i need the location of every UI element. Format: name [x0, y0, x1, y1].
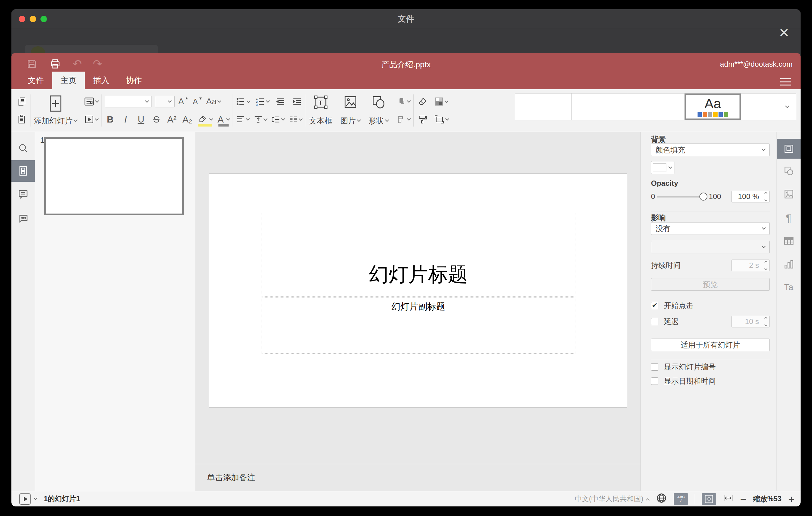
zoom-window-button[interactable] [40, 16, 47, 22]
background-color-swatch[interactable] [651, 161, 674, 174]
start-slideshow-status-button[interactable] [20, 493, 31, 505]
paragraph-settings-button[interactable]: ¶ [777, 208, 801, 228]
vertical-align-button[interactable] [254, 113, 267, 126]
decrease-font-button[interactable]: A [192, 95, 203, 108]
minimize-window-button[interactable] [30, 16, 36, 22]
language-status[interactable]: 中文(中华人民共和国) [575, 494, 649, 504]
table-settings-button[interactable] [777, 231, 801, 251]
clear-style-button[interactable] [417, 95, 428, 108]
status-bar: 1的幻灯片1 中文(中华人民共和国) ABC ✓ − 缩放%53 + [11, 491, 801, 507]
fit-to-slide-button[interactable] [702, 493, 716, 505]
close-editor-icon[interactable]: ✕ [779, 27, 789, 39]
bullets-button[interactable] [236, 95, 250, 108]
italic-button[interactable]: I [120, 114, 131, 125]
theme-option[interactable] [628, 93, 685, 120]
subtitle-placeholder[interactable]: 幻灯片副标题 [262, 297, 575, 354]
slide-canvas[interactable]: 幻灯片标题 幻灯片副标题 [195, 132, 640, 464]
chevron-down-icon [762, 226, 766, 230]
strikethrough-button[interactable]: S [151, 114, 162, 125]
insert-textbox-button[interactable]: T 文本框 [309, 95, 332, 126]
paste-icon[interactable] [16, 113, 27, 126]
delay-checkbox[interactable] [651, 318, 658, 325]
start-on-click-checkbox[interactable]: ✔ [651, 302, 658, 309]
horizontal-align-button[interactable] [236, 113, 249, 126]
insert-shape-button[interactable]: 形状 [368, 95, 388, 126]
background-fill-select[interactable]: 颜色填充 [651, 144, 770, 156]
menu-icon[interactable] [780, 78, 791, 85]
effect-select[interactable]: 没有 [651, 222, 770, 235]
bold-button[interactable]: B [105, 114, 115, 125]
theme-gallery-expand-button[interactable] [778, 93, 796, 120]
superscript-button[interactable]: A² [167, 114, 177, 125]
slide[interactable]: 幻灯片标题 幻灯片副标题 [209, 173, 627, 408]
slide-size-button[interactable] [434, 113, 448, 126]
copy-icon[interactable] [16, 95, 27, 108]
background-label: 背景 [651, 135, 770, 144]
font-name-combo[interactable] [105, 96, 152, 107]
opacity-slider[interactable] [657, 196, 703, 198]
fit-to-width-button[interactable] [723, 493, 733, 505]
theme-option[interactable] [515, 93, 572, 120]
apply-to-all-slides-button[interactable]: 适用于所有幻灯片 [651, 339, 770, 351]
color-scheme-button[interactable] [434, 95, 448, 108]
increase-font-button[interactable]: A [178, 95, 189, 108]
start-slideshow-button[interactable] [84, 113, 98, 126]
zoom-out-button[interactable]: − [740, 494, 746, 504]
preview-button[interactable]: 预览 [651, 278, 770, 291]
slide-layout-button[interactable] [84, 95, 98, 108]
chevron-down-icon [34, 496, 38, 500]
spell-check-button[interactable]: ABC ✓ [674, 493, 688, 505]
underline-button[interactable]: U [136, 114, 146, 125]
tab-file[interactable]: 文件 [20, 71, 52, 89]
opacity-spinner[interactable]: 100 % [731, 191, 770, 202]
font-color-button[interactable]: A [218, 113, 230, 126]
search-button[interactable] [11, 137, 35, 159]
slides-panel-button[interactable] [11, 160, 35, 182]
app-window: 文件 ✕ ↶ ↷ 产品介绍.pptx adm***@dootask.com 文件… [11, 9, 801, 507]
show-date-time-label: 显示日期和时间 [664, 376, 716, 386]
subscript-button[interactable]: A₂ [182, 114, 193, 125]
show-slide-number-checkbox[interactable] [651, 363, 658, 371]
notes-input[interactable]: 单击添加备注 [195, 464, 640, 491]
close-window-button[interactable] [19, 16, 25, 22]
comments-panel-button[interactable] [11, 183, 35, 205]
copy-style-button[interactable] [417, 113, 428, 126]
chevron-down-icon [281, 117, 285, 121]
chart-settings-button[interactable] [777, 255, 801, 274]
text-art-settings-button[interactable]: Ta [777, 278, 801, 297]
decrease-indent-button[interactable] [275, 95, 286, 108]
numbering-button[interactable]: 123 [256, 95, 269, 108]
arrange-shape-button[interactable] [397, 95, 410, 108]
dark-strip: ✕ [11, 28, 801, 53]
theme-option[interactable] [572, 93, 628, 120]
title-placeholder[interactable]: 幻灯片标题 [262, 212, 575, 296]
tab-insert[interactable]: 插入 [85, 71, 118, 89]
tab-home[interactable]: 主页 [52, 71, 85, 89]
theme-option[interactable] [741, 93, 778, 120]
align-shape-button[interactable] [397, 113, 410, 126]
font-size-combo[interactable] [155, 96, 175, 107]
image-settings-button[interactable] [777, 184, 801, 204]
set-language-globe-icon[interactable] [656, 492, 667, 506]
line-spacing-button[interactable] [271, 113, 285, 126]
columns-button[interactable] [289, 113, 302, 126]
slide-settings-button[interactable] [777, 139, 801, 159]
increase-indent-button[interactable] [292, 95, 303, 108]
zoom-in-button[interactable]: + [788, 494, 794, 504]
chat-panel-button[interactable] [11, 207, 35, 229]
slide-thumbnail[interactable] [44, 137, 184, 215]
effect-type-select[interactable] [651, 241, 770, 253]
add-slide-button[interactable]: 添加幻灯片 [34, 95, 77, 126]
theme-option-selected[interactable]: Aa [685, 93, 741, 120]
window-title: 文件 [398, 13, 414, 24]
account-email: adm***@dootask.com [720, 60, 792, 68]
insert-image-button[interactable]: 图片 [340, 95, 360, 126]
tab-collaboration[interactable]: 协作 [118, 71, 150, 89]
shape-settings-button[interactable] [777, 161, 801, 181]
show-date-time-checkbox[interactable] [651, 377, 658, 385]
duration-spinner[interactable]: 2 s [731, 260, 770, 271]
change-case-button[interactable]: Aa [206, 95, 221, 108]
opacity-slider-knob[interactable] [699, 193, 707, 201]
delay-spinner[interactable]: 10 s [731, 316, 770, 327]
highlight-color-button[interactable] [198, 113, 212, 126]
